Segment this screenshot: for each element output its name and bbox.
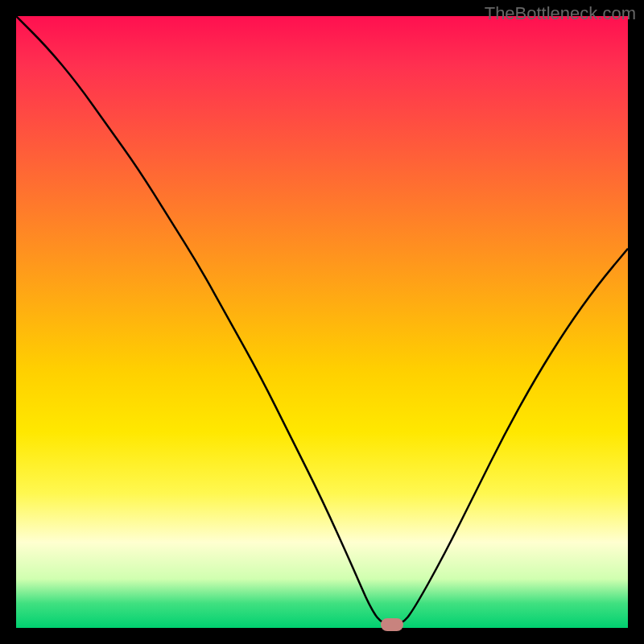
bottleneck-curve-svg: [16, 16, 628, 628]
chart-plot-area: [16, 16, 628, 628]
bottleneck-marker: [381, 618, 403, 631]
curve-line: [16, 16, 628, 625]
watermark-text: TheBottleneck.com: [485, 3, 636, 24]
